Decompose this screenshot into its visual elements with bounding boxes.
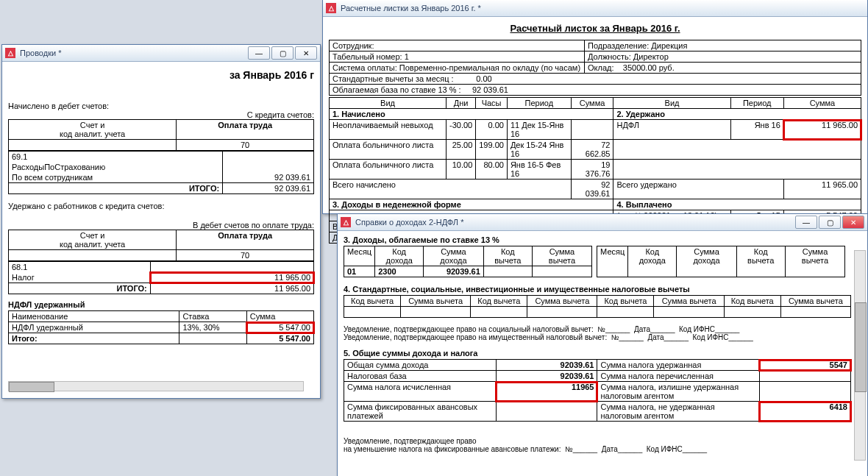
- sec4-title: 4. Стандартные, социальные, инвестиционн…: [344, 285, 851, 294]
- sec3-title: 3. Доходы, облагаемые по ставке 13 %: [344, 235, 851, 244]
- unwithheld-highlight: 6418: [759, 402, 850, 422]
- totals-table: Общая сумма дохода92039.61Сумма налога у…: [344, 359, 851, 422]
- ndfl-value-highlight: 5 547.00: [246, 322, 313, 333]
- horizontal-scrollbar[interactable]: [8, 381, 304, 391]
- vertical-scrollbar[interactable]: [854, 250, 866, 461]
- close-button[interactable]: ✕: [842, 216, 864, 229]
- credit-caption: С кредита счетов:: [8, 110, 314, 119]
- tax-value-highlight: 11 965.00: [150, 272, 313, 283]
- employee-info: Сотрудник: Подразделение: Дирекция Табел…: [329, 40, 861, 96]
- ndfl-sum-highlight: 11 965.00: [783, 120, 861, 140]
- maximize-button[interactable]: ▢: [819, 216, 841, 229]
- titlebar-2ndfl[interactable]: △ Справки о доходах 2-НДФЛ * — ▢ ✕: [338, 214, 867, 231]
- deduction-table: Код вычетаСумма вычетаКод вычетаСумма вы…: [344, 295, 851, 318]
- sec5-title: 5. Общие суммы дохода и налога: [344, 349, 851, 358]
- minimize-button[interactable]: —: [795, 216, 817, 229]
- col-pay: Оплата труда: [177, 120, 314, 140]
- maximize-button[interactable]: ▢: [271, 46, 294, 60]
- close-button[interactable]: ✕: [295, 46, 317, 60]
- withheld-highlight: 5547: [759, 360, 850, 371]
- app-icon: △: [341, 217, 351, 227]
- window-title: Расчетные листки за Январь 2016 г. *: [341, 4, 864, 13]
- calculated-tax-highlight: 11965: [496, 382, 597, 402]
- minimize-button[interactable]: —: [248, 46, 270, 60]
- titlebar-provodki[interactable]: △ Проводки * — ▢ ✕: [2, 45, 320, 62]
- window-title: Справки о доходах 2-НДФЛ *: [355, 218, 795, 227]
- income-table-left: МесяцКод доходаСумма доходаКод вычетаСум…: [344, 246, 592, 277]
- window-provodki: △ Проводки * — ▢ ✕ за Январь 2016 г Начи…: [1, 44, 321, 399]
- app-icon: △: [326, 3, 336, 13]
- ndfl-table: НаименованиеСтавкаСумма НДФЛ удержанный1…: [8, 310, 314, 344]
- debit-table: Счет и код аналит. учетаОплата труда 70: [8, 119, 314, 151]
- paysheet-header: Расчетный листок за Январь 2016 г.: [329, 23, 861, 34]
- window-paysheet: △ Расчетные листки за Январь 2016 г. * Р…: [322, 0, 868, 214]
- report-header: за Январь 2016 г: [8, 65, 314, 85]
- col-account: Счет и код аналит. учета: [9, 120, 177, 140]
- debit-pay-caption: В дебет счетов по оплате труда:: [8, 221, 314, 230]
- window-2ndfl: △ Справки о доходах 2-НДФЛ * — ▢ ✕ 3. До…: [337, 213, 868, 476]
- window-title: Проводки *: [20, 49, 248, 57]
- ndfl-title: НДФЛ удержанный: [8, 300, 314, 309]
- withheld-caption: Удержано с работников с кредита счетов:: [8, 202, 314, 210]
- debit-caption: Начислено в дебет счетов:: [8, 102, 314, 110]
- withheld-rows: 68.1 Налог11 965.00 ИТОГО:11 965.00: [8, 261, 314, 294]
- titlebar-paysheet[interactable]: △ Расчетные листки за Январь 2016 г. *: [323, 0, 867, 17]
- withheld-table: Счет и код аналит. учетаОплата труда 70: [8, 230, 314, 261]
- debit-rows: 69.1 РасходыПоСтрахованию По всем сотруд…: [8, 151, 314, 194]
- income-table-right: МесяцКод доходаСумма доходаКод вычетаСум…: [597, 246, 845, 277]
- app-icon: △: [5, 48, 15, 58]
